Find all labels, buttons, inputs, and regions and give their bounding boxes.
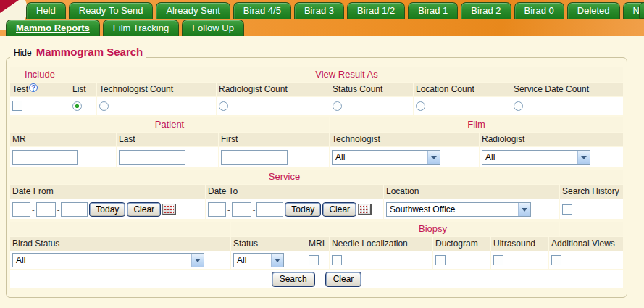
tab-deleted[interactable]: Deleted: [567, 2, 620, 19]
column-header-birad-status: Birad Status: [10, 237, 230, 251]
biopsy-group: Biopsy Birad Status Status MRI Needle Lo…: [10, 222, 623, 269]
clear-button[interactable]: Clear: [325, 272, 362, 287]
column-header-location: Location: [384, 185, 559, 199]
column-header-mri: MRI: [306, 237, 329, 251]
date-from-today-button[interactable]: Today: [89, 202, 125, 217]
date-to-year-input[interactable]: [256, 202, 283, 217]
panel-legend: Hide Mammogram Search: [10, 46, 146, 58]
section-title-film: Film: [330, 117, 623, 132]
column-header-technologist-count: Technologist Count: [97, 83, 216, 96]
ductogram-checkbox[interactable]: [435, 255, 446, 265]
column-header-last: Last: [117, 133, 218, 146]
hide-link[interactable]: Hide: [14, 48, 32, 58]
chevron-down-icon: [191, 254, 204, 267]
test-checkbox[interactable]: [12, 101, 22, 111]
date-to-month-input[interactable]: [208, 202, 226, 217]
radio-radiologist-count[interactable]: [219, 101, 228, 111]
section-title-service: Service: [10, 170, 559, 184]
column-header-radiologist: Radiologist: [480, 133, 623, 146]
search-button[interactable]: Search: [272, 272, 315, 287]
section-title-spacer: [10, 222, 230, 236]
column-header-additional-views: Additional Views: [549, 237, 623, 251]
tab-held[interactable]: Held: [26, 2, 66, 19]
tab-birad-3[interactable]: Birad 3: [294, 2, 344, 19]
additional-views-checkbox[interactable]: [551, 255, 561, 265]
tab-birad-1-2[interactable]: Birad 1/2: [347, 2, 405, 19]
tab-birad-2[interactable]: Birad 2: [461, 2, 511, 19]
column-header-status-count: Status Count: [330, 83, 413, 96]
date-from-day-input[interactable]: [36, 202, 56, 217]
date-from-year-input[interactable]: [61, 202, 88, 217]
secondary-tab-row: Mammo Reports Film Tracking Follow Up: [6, 20, 244, 36]
ultrasound-checkbox[interactable]: [493, 255, 503, 265]
column-header-date-from: Date From: [10, 185, 205, 199]
date-to-today-button[interactable]: Today: [285, 202, 321, 217]
tab-film-tracking[interactable]: Film Tracking: [103, 20, 179, 36]
action-button-row: Search Clear: [10, 270, 623, 288]
radio-location-count[interactable]: [416, 101, 425, 111]
tab-birad-1[interactable]: Birad 1: [408, 2, 458, 19]
radio-technologist-count[interactable]: [99, 101, 109, 111]
location-select[interactable]: Southwest Office: [386, 202, 531, 217]
column-header-date-to: Date To: [206, 185, 383, 199]
radio-list[interactable]: [72, 101, 82, 111]
date-from-clear-button[interactable]: Clear: [127, 202, 161, 217]
tab-already-sent[interactable]: Already Sent: [156, 2, 230, 19]
service-group: Service Date From Date To Location Searc…: [10, 170, 623, 219]
chevron-down-icon: [577, 151, 590, 164]
first-input[interactable]: [221, 150, 288, 165]
primary-tab-row: Held Ready To Send Already Sent Birad 4/…: [26, 2, 644, 19]
column-header-status: Status: [231, 237, 306, 251]
calendar-icon[interactable]: [358, 204, 372, 215]
radio-status-count[interactable]: [333, 101, 342, 111]
section-title-include: Include: [10, 67, 70, 82]
date-to-day-input[interactable]: [232, 202, 251, 217]
app-window: Held Ready To Send Already Sent Birad 4/…: [0, 0, 644, 308]
section-title-biopsy: Biopsy: [306, 222, 559, 236]
section-title-spacer: [560, 222, 623, 236]
column-header-mr: MR: [10, 133, 116, 146]
column-header-location-count: Location Count: [414, 83, 511, 96]
column-header-ductogram: Ductogram: [433, 237, 490, 251]
date-from-month-input[interactable]: [12, 202, 30, 217]
column-header-service-date-count: Service Date Count: [511, 83, 623, 96]
column-header-technologist: Technologist: [330, 133, 479, 146]
section-title-spacer: [559, 170, 623, 184]
section-title-spacer: [231, 222, 306, 236]
section-title-patient: Patient: [10, 117, 329, 132]
tab-strip: Held Ready To Send Already Sent Birad 4/…: [0, 0, 644, 36]
patient-film-group: Patient Film MR Last First Technologist …: [10, 117, 623, 167]
tab-birad-4-5[interactable]: Birad 4/5: [233, 2, 291, 19]
column-header-first: First: [219, 133, 329, 146]
needle-localization-checkbox[interactable]: [332, 255, 342, 265]
section-title-view-result-as: View Result As: [70, 67, 623, 82]
radio-service-date-count[interactable]: [514, 101, 523, 111]
tab-overflow-sliver: [639, 2, 644, 19]
birad-status-select[interactable]: All: [12, 253, 204, 267]
mr-input[interactable]: [12, 150, 78, 165]
mri-checkbox[interactable]: [309, 255, 319, 265]
help-icon[interactable]: ?: [29, 83, 38, 92]
column-header-radiologist-count: Radiologist Count: [217, 83, 330, 96]
column-header-test: Test?: [10, 83, 70, 96]
chevron-down-icon: [518, 203, 530, 216]
view-result-group: Include View Result As Test? List Techno…: [10, 67, 623, 115]
column-header-ultrasound: Ultrasound: [491, 237, 548, 251]
technologist-select[interactable]: All: [332, 150, 440, 165]
calendar-icon[interactable]: [162, 204, 176, 215]
column-header-needle-localization: Needle Localization: [330, 237, 432, 251]
column-header-search-history: Search History: [560, 185, 623, 199]
tab-follow-up[interactable]: Follow Up: [182, 20, 244, 36]
tab-mammo-reports[interactable]: Mammo Reports: [6, 20, 100, 36]
status-select[interactable]: All: [233, 253, 284, 267]
chevron-down-icon: [271, 254, 283, 267]
chevron-down-icon: [427, 151, 440, 164]
mammogram-search-form: Include View Result As Test? List Techno…: [10, 67, 623, 288]
last-input[interactable]: [119, 150, 185, 165]
panel-title: Mammogram Search: [36, 46, 143, 58]
search-history-checkbox[interactable]: [562, 204, 572, 215]
tab-birad-0[interactable]: Birad 0: [514, 2, 564, 19]
radiologist-select[interactable]: All: [482, 150, 590, 165]
tab-ready-to-send[interactable]: Ready To Send: [69, 2, 154, 19]
date-to-clear-button[interactable]: Clear: [322, 202, 356, 217]
